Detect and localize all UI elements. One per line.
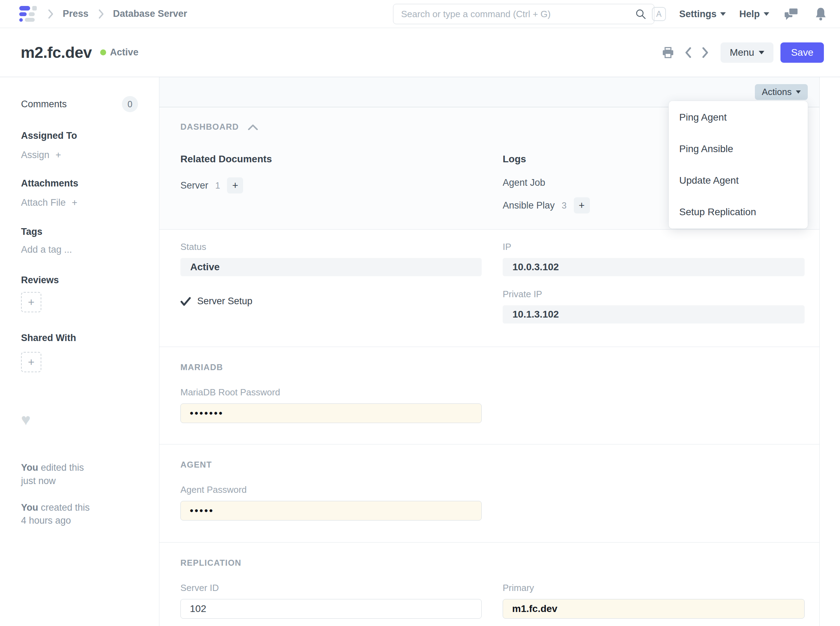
plus-icon: + xyxy=(579,200,585,211)
replication-section-label: REPLICATION xyxy=(180,558,241,568)
mariadb-root-password-label: MariaDB Root Password xyxy=(180,387,482,398)
notifications-bell-icon[interactable] xyxy=(813,6,828,22)
attach-file-button[interactable]: Attach File + xyxy=(21,197,138,208)
private-ip-field-value: 10.1.3.102 xyxy=(503,305,805,324)
add-server-button[interactable]: + xyxy=(227,177,243,194)
ansible-play-count: 3 xyxy=(562,200,567,211)
reviews-heading: Reviews xyxy=(21,275,138,286)
page-title: m2.fc.dev xyxy=(21,44,92,62)
server-id-field[interactable]: 102 xyxy=(180,599,482,619)
add-review-button[interactable]: + xyxy=(21,292,41,312)
plus-icon: + xyxy=(28,356,35,369)
collapse-chevron-up-icon[interactable] xyxy=(248,124,258,130)
edited-note: You edited this just now xyxy=(21,461,138,488)
server-id-label: Server ID xyxy=(180,582,482,593)
add-ansible-play-button[interactable]: + xyxy=(574,197,590,213)
plus-icon: + xyxy=(28,296,35,309)
related-doc-server[interactable]: Server 1 + xyxy=(180,177,482,194)
server-setup-label: Server Setup xyxy=(197,296,253,307)
share-button[interactable]: + xyxy=(21,352,41,372)
form-body: Actions Ping Agent Ping Ansible Update A… xyxy=(159,77,820,626)
page-header: m2.fc.dev Active Menu Save xyxy=(0,28,840,77)
primary-label: Primary xyxy=(503,582,805,593)
help-menu[interactable]: Help xyxy=(739,9,769,20)
private-ip-field-label: Private IP xyxy=(503,289,805,300)
check-icon xyxy=(180,297,191,306)
like-heart-icon[interactable]: ♥ xyxy=(21,412,138,427)
actions-button[interactable]: Actions xyxy=(755,84,808,100)
status-field-value: Active xyxy=(180,258,482,276)
replication-section: REPLICATION Server ID 102 Primary m1.fc.… xyxy=(159,543,819,626)
plus-icon: + xyxy=(232,180,238,191)
comments-count-badge: 0 xyxy=(122,96,138,112)
chevron-right-icon xyxy=(98,9,104,19)
ip-field-label: IP xyxy=(503,241,805,252)
related-documents-heading: Related Documents xyxy=(180,153,482,165)
menu-item-setup-replication[interactable]: Setup Replication xyxy=(669,196,808,228)
mariadb-section-label: MARIADB xyxy=(180,362,223,372)
menu-item-ping-ansible[interactable]: Ping Ansible xyxy=(669,133,808,165)
mariadb-root-password-field[interactable]: ••••••• xyxy=(180,404,482,423)
navbar: Press Database Server A Settings Help xyxy=(0,0,840,28)
menu-item-ping-agent[interactable]: Ping Agent xyxy=(669,102,808,133)
agent-section: AGENT Agent Password ••••• xyxy=(159,444,819,543)
menu-button[interactable]: Menu xyxy=(721,42,773,63)
breadcrumb: Press Database Server xyxy=(47,8,187,19)
search-input[interactable] xyxy=(401,9,635,20)
plus-icon: + xyxy=(56,150,61,160)
shared-with-heading: Shared With xyxy=(21,333,138,343)
global-search xyxy=(393,4,654,24)
comments-link[interactable]: Comments 0 xyxy=(21,96,138,112)
agent-password-label: Agent Password xyxy=(180,484,482,495)
chat-icon[interactable] xyxy=(782,6,800,22)
form-sidebar: Comments 0 Assigned To Assign + Attachme… xyxy=(0,77,159,626)
next-doc-chevron-right-icon[interactable] xyxy=(700,45,711,59)
assign-button[interactable]: Assign + xyxy=(21,150,138,161)
ip-field-value: 10.0.3.102 xyxy=(503,258,805,276)
chevron-down-icon xyxy=(759,51,764,54)
tags-heading: Tags xyxy=(21,227,138,237)
print-icon[interactable] xyxy=(660,45,676,60)
status-indicator: Active xyxy=(110,47,138,58)
mariadb-section: MARIADB MariaDB Root Password ••••••• xyxy=(159,347,819,444)
chevron-down-icon xyxy=(720,12,726,16)
prev-doc-chevron-left-icon[interactable] xyxy=(683,45,693,59)
assigned-to-heading: Assigned To xyxy=(21,130,138,141)
breadcrumb-database-server[interactable]: Database Server xyxy=(113,8,187,19)
chevron-down-icon xyxy=(796,91,801,94)
agent-section-label: AGENT xyxy=(180,460,212,470)
breadcrumb-press[interactable]: Press xyxy=(63,8,89,19)
save-button[interactable]: Save xyxy=(781,42,824,63)
server-setup-checkbox[interactable]: Server Setup xyxy=(180,296,482,307)
search-icon[interactable] xyxy=(635,8,646,20)
add-tag-input[interactable]: Add a tag ... xyxy=(21,244,138,255)
status-dot-icon xyxy=(100,49,106,55)
menu-item-update-agent[interactable]: Update Agent xyxy=(669,165,808,196)
agent-password-field[interactable]: ••••• xyxy=(180,501,482,521)
chevron-right-icon xyxy=(47,9,54,19)
plus-icon: + xyxy=(72,197,77,208)
status-section: Status Active Server Setup IP 10.0.3.102… xyxy=(159,230,819,347)
status-field-label: Status xyxy=(180,241,482,252)
settings-menu[interactable]: Settings xyxy=(679,9,726,20)
primary-link-field[interactable]: m1.fc.dev xyxy=(503,599,805,619)
created-note: You created this 4 hours ago xyxy=(21,501,138,528)
avatar[interactable]: A xyxy=(652,7,666,21)
dashboard-section-label: DASHBOARD xyxy=(180,122,239,132)
server-count: 1 xyxy=(215,180,220,191)
chevron-down-icon xyxy=(763,12,769,16)
attachments-heading: Attachments xyxy=(21,178,138,189)
app-logo-icon[interactable] xyxy=(19,6,37,22)
actions-dropdown-menu: Ping Agent Ping Ansible Update Agent Set… xyxy=(669,101,808,228)
